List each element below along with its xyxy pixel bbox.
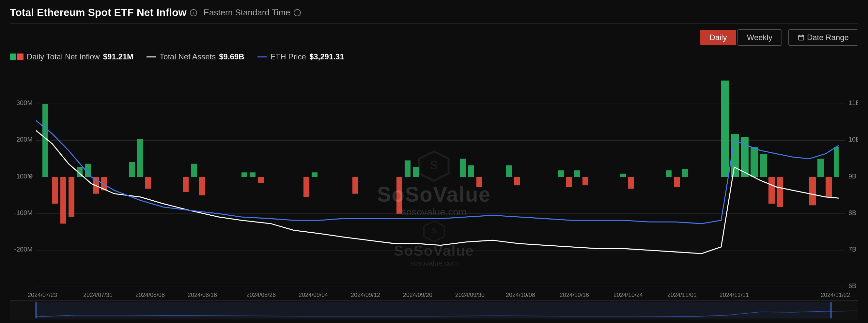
svg-rect-59: [674, 177, 680, 187]
svg-rect-51: [514, 177, 520, 186]
svg-rect-26: [60, 177, 66, 224]
legend-row: Daily Total Net Inflow $91.21M Total Net…: [10, 49, 858, 66]
svg-rect-50: [506, 165, 512, 177]
svg-rect-38: [242, 172, 247, 177]
weekly-button[interactable]: Weekly: [738, 29, 782, 46]
svg-text:6B: 6B: [848, 282, 856, 289]
svg-text:2024/09/04: 2024/09/04: [299, 292, 328, 298]
eth-label: ETH Price: [271, 52, 306, 61]
svg-text:300M: 300M: [16, 99, 33, 106]
minimap[interactable]: [10, 300, 858, 320]
timezone-label: Eastern Standard Time: [204, 7, 290, 18]
svg-text:2024/11/22: 2024/11/22: [821, 292, 850, 298]
svg-rect-61: [721, 80, 729, 177]
legend-assets: Total Net Assets $9.69B: [147, 52, 244, 61]
svg-text:8B: 8B: [848, 209, 856, 216]
legend-white-line: [147, 57, 156, 57]
svg-text:10B: 10B: [848, 136, 858, 143]
svg-text:2024/11/01: 2024/11/01: [667, 292, 697, 298]
svg-rect-49: [476, 177, 482, 187]
inflow-value: $91.21M: [103, 52, 133, 61]
svg-rect-55: [583, 177, 588, 186]
svg-rect-58: [666, 170, 672, 177]
svg-rect-57: [628, 177, 634, 189]
svg-rect-45: [405, 161, 410, 177]
svg-rect-64: [750, 147, 758, 177]
svg-rect-52: [558, 170, 564, 177]
svg-rect-54: [574, 170, 580, 177]
svg-rect-46: [413, 167, 418, 177]
controls-row: Daily Weekly Date Range: [10, 24, 858, 49]
svg-rect-71: [834, 147, 840, 177]
svg-text:-200M: -200M: [14, 246, 33, 253]
legend-red-box: [17, 54, 24, 60]
svg-text:2024/10/24: 2024/10/24: [614, 292, 643, 298]
svg-rect-0: [799, 35, 804, 40]
svg-rect-48: [468, 165, 474, 177]
eth-value: $3,291.31: [309, 52, 344, 61]
svg-rect-47: [460, 159, 466, 177]
svg-rect-65: [760, 154, 767, 177]
svg-text:2024/08/16: 2024/08/16: [188, 292, 217, 298]
assets-label: Total Net Assets: [160, 52, 216, 61]
svg-rect-43: [352, 177, 358, 194]
svg-rect-70: [826, 177, 832, 197]
main-container: Total Ethereum Spot ETF Net Inflow i Eas…: [0, 0, 868, 323]
svg-text:2024/10/16: 2024/10/16: [560, 292, 589, 298]
inflow-label: Daily Total Net Inflow: [27, 52, 100, 61]
svg-rect-32: [129, 162, 135, 177]
svg-text:0: 0: [29, 172, 33, 180]
svg-rect-67: [777, 177, 783, 207]
title-area: Total Ethereum Spot ETF Net Inflow i Eas…: [10, 6, 301, 19]
svg-text:2024/07/23: 2024/07/23: [28, 292, 57, 298]
svg-rect-36: [191, 164, 197, 177]
svg-text:2024/08/26: 2024/08/26: [246, 292, 276, 298]
svg-text:200M: 200M: [16, 136, 33, 143]
header-row: Total Ethereum Spot ETF Net Inflow i Eas…: [10, 6, 858, 24]
svg-rect-34: [145, 177, 151, 189]
svg-text:2024/11/11: 2024/11/11: [719, 292, 749, 298]
svg-rect-37: [199, 177, 205, 195]
svg-rect-27: [68, 177, 74, 217]
svg-rect-39: [250, 172, 255, 177]
svg-rect-56: [620, 173, 626, 177]
svg-rect-94: [830, 302, 832, 318]
svg-rect-92: [36, 302, 832, 318]
legend-inflow: Daily Total Net Inflow $91.21M: [10, 52, 133, 61]
svg-rect-66: [769, 177, 775, 204]
svg-text:2024/09/12: 2024/09/12: [351, 292, 380, 298]
svg-rect-25: [52, 177, 58, 204]
timezone-info-icon[interactable]: i: [294, 9, 301, 16]
svg-rect-53: [566, 177, 572, 187]
svg-rect-60: [682, 169, 688, 177]
main-chart-svg: 300M 200M 100M 0 -100M -200M 11B 10B 9B …: [10, 67, 858, 300]
minimap-svg: [10, 300, 858, 320]
svg-rect-33: [137, 139, 143, 177]
svg-rect-41: [304, 177, 309, 197]
svg-rect-44: [397, 177, 402, 214]
title-info-icon[interactable]: i: [190, 9, 197, 16]
svg-text:2024/07/31: 2024/07/31: [83, 292, 113, 298]
svg-text:2024/08/08: 2024/08/08: [135, 292, 165, 298]
svg-text:7B: 7B: [848, 246, 856, 253]
svg-rect-69: [817, 159, 824, 177]
calendar-icon: [798, 34, 804, 41]
svg-rect-93: [35, 302, 37, 318]
svg-rect-42: [312, 172, 317, 177]
chart-area: 300M 200M 100M 0 -100M -200M 11B 10B 9B …: [10, 67, 858, 300]
date-range-label: Date Range: [807, 33, 849, 42]
svg-text:9B: 9B: [848, 172, 856, 180]
svg-rect-68: [809, 177, 816, 205]
daily-button[interactable]: Daily: [700, 30, 736, 45]
svg-rect-35: [183, 177, 189, 192]
svg-text:2024/10/08: 2024/10/08: [506, 292, 535, 298]
date-range-button[interactable]: Date Range: [788, 29, 858, 46]
page-title: Total Ethereum Spot ETF Net Inflow: [10, 6, 187, 19]
legend-green-box: [10, 54, 16, 60]
legend-eth: ETH Price $3,291.31: [257, 52, 344, 61]
time-buttons: Daily Weekly: [700, 29, 782, 46]
svg-rect-40: [258, 177, 264, 183]
svg-text:-100M: -100M: [14, 209, 33, 216]
svg-text:11B: 11B: [848, 99, 858, 106]
legend-blue-line: [257, 57, 267, 57]
